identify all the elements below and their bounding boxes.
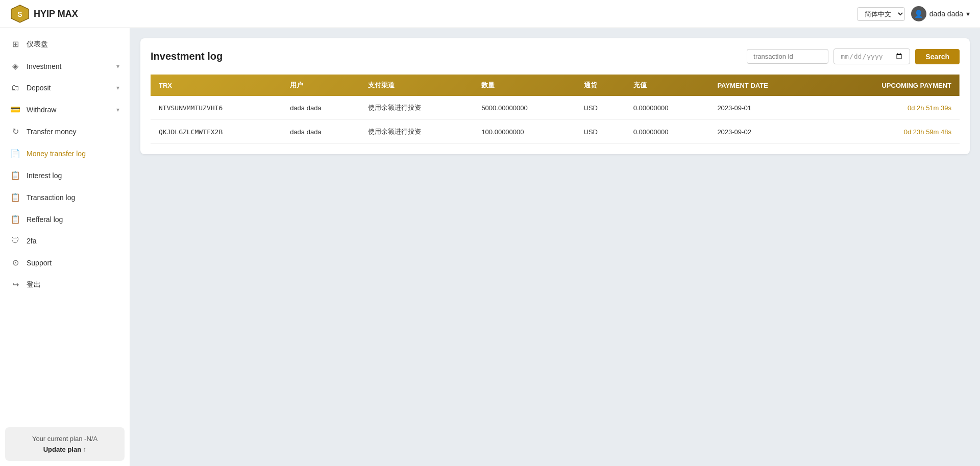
sidebar-item-withdraw[interactable]: 💳 Withdraw ▾ — [0, 99, 130, 120]
user-chevron-icon: ▾ — [966, 10, 970, 18]
sidebar: ⊞ 仪表盘 ◈ Investment ▾ 🗂 Deposit ▾ 💳 Withd… — [0, 28, 130, 466]
money-transfer-log-icon: 📄 — [10, 149, 20, 158]
page-title: Investment log — [151, 51, 223, 62]
sidebar-item-investment[interactable]: ◈ Investment ▾ — [0, 55, 130, 77]
table-row: NTVSUNVMMTUZVHI6 dada dada 使用余额进行投资 5000… — [151, 96, 960, 120]
cell-user: dada dada — [282, 120, 360, 144]
chevron-down-icon: ▾ — [116, 84, 119, 91]
table-body: NTVSUNVMMTUZVHI6 dada dada 使用余额进行投资 5000… — [151, 96, 960, 144]
cell-trx: NTVSUNVMMTUZVHI6 — [151, 96, 282, 120]
cell-trx: QKJDLGZLCMWTFX2B — [151, 120, 282, 144]
cell-recharge: 0.00000000 — [625, 96, 709, 120]
investment-icon: ◈ — [10, 61, 20, 71]
sidebar-item-label: Interest log — [27, 171, 62, 180]
interest-log-icon: 📋 — [10, 170, 20, 180]
table-row: QKJDLGZLCMWTFX2B dada dada 使用余额进行投资 100.… — [151, 120, 960, 144]
cell-upcoming-payment: 0d 2h 51m 39s — [819, 96, 960, 120]
transfer-icon: ↻ — [10, 127, 20, 136]
col-upcoming-payment: UPCOMING PAYMENT — [819, 75, 960, 96]
sidebar-nav: ⊞ 仪表盘 ◈ Investment ▾ 🗂 Deposit ▾ 💳 Withd… — [0, 28, 130, 422]
user-name: dada dada — [929, 10, 963, 18]
sidebar-item-support[interactable]: ⊙ Support — [0, 252, 130, 274]
transaction-log-icon: 📋 — [10, 192, 20, 202]
sidebar-item-transfer-money[interactable]: ↻ Transfer money — [0, 120, 130, 142]
sidebar-item-label: Refferal log — [27, 215, 63, 224]
cell-currency: USD — [576, 120, 625, 144]
user-menu[interactable]: 👤 dada dada ▾ — [911, 6, 970, 21]
logo: S HYIP MAX — [10, 4, 78, 23]
deposit-icon: 🗂 — [10, 83, 20, 92]
support-icon: ⊙ — [10, 258, 20, 267]
cell-payment-date: 2023-09-02 — [709, 120, 819, 144]
top-header: S HYIP MAX 简体中文 👤 dada dada ▾ — [0, 0, 980, 28]
search-button[interactable]: Search — [915, 49, 960, 64]
sidebar-item-label: 仪表盘 — [27, 40, 48, 49]
current-plan-text: Your current plan -N/A — [13, 435, 117, 443]
content-card: Investment log Search TRX 用户 支付渠道 数量 通货 … — [140, 38, 970, 154]
sidebar-item-label: 登出 — [27, 280, 41, 289]
sidebar-item-logout[interactable]: ↪ 登出 — [0, 274, 130, 296]
withdraw-icon: 💳 — [10, 105, 20, 114]
cell-amount: 100.00000000 — [473, 120, 575, 144]
sidebar-item-dashboard[interactable]: ⊞ 仪表盘 — [0, 33, 130, 55]
transaction-id-input[interactable] — [747, 49, 828, 64]
sidebar-item-interest-log[interactable]: 📋 Interest log — [0, 164, 130, 186]
cell-currency: USD — [576, 96, 625, 120]
cell-payment-date: 2023-09-01 — [709, 96, 819, 120]
col-currency: 通货 — [576, 75, 625, 96]
col-amount: 数量 — [473, 75, 575, 96]
col-user: 用户 — [282, 75, 360, 96]
card-header: Investment log Search — [151, 48, 960, 64]
update-plan-button[interactable]: Update plan ↑ — [13, 446, 117, 453]
sidebar-item-transaction-log[interactable]: 📋 Transaction log — [0, 186, 130, 208]
cell-user: dada dada — [282, 96, 360, 120]
dashboard-icon: ⊞ — [10, 39, 20, 49]
sidebar-item-label: Transaction log — [27, 193, 75, 202]
language-selector[interactable]: 简体中文 — [857, 7, 905, 21]
date-input[interactable] — [834, 48, 910, 64]
chevron-down-icon: ▾ — [116, 63, 119, 70]
sidebar-item-label: Money transfer log — [27, 150, 86, 158]
sidebar-item-refferal-log[interactable]: 📋 Refferal log — [0, 208, 130, 230]
cell-channel: 使用余额进行投资 — [360, 96, 473, 120]
header-right: 简体中文 👤 dada dada ▾ — [857, 6, 970, 21]
sidebar-item-label: 2fa — [27, 237, 36, 245]
logo-text: HYIP MAX — [34, 9, 78, 19]
cell-channel: 使用余额进行投资 — [360, 120, 473, 144]
sidebar-item-label: Investment — [27, 62, 61, 70]
sidebar-item-money-transfer-log[interactable]: 📄 Money transfer log — [0, 142, 130, 164]
cell-amount: 5000.00000000 — [473, 96, 575, 120]
main-content: Investment log Search TRX 用户 支付渠道 数量 通货 … — [130, 28, 980, 466]
logo-icon: S — [10, 4, 30, 23]
cell-upcoming-payment: 0d 23h 59m 48s — [819, 120, 960, 144]
filter-area: Search — [747, 48, 960, 64]
logout-icon: ↪ — [10, 280, 20, 289]
cell-recharge: 0.00000000 — [625, 120, 709, 144]
user-avatar: 👤 — [911, 6, 926, 21]
shield-icon: 🛡 — [10, 236, 20, 246]
sidebar-item-label: Withdraw — [27, 106, 56, 114]
sidebar-bottom: Your current plan -N/A Update plan ↑ — [5, 427, 125, 461]
svg-text:S: S — [17, 10, 22, 18]
layout: ⊞ 仪表盘 ◈ Investment ▾ 🗂 Deposit ▾ 💳 Withd… — [0, 28, 980, 466]
sidebar-item-label: Transfer money — [27, 128, 77, 136]
col-recharge: 充值 — [625, 75, 709, 96]
sidebar-item-label: Deposit — [27, 84, 51, 92]
investment-table: TRX 用户 支付渠道 数量 通货 充值 PAYMENT DATE UPCOMI… — [151, 75, 960, 144]
sidebar-item-2fa[interactable]: 🛡 2fa — [0, 230, 130, 252]
sidebar-item-label: Support — [27, 259, 52, 267]
col-channel: 支付渠道 — [360, 75, 473, 96]
chevron-down-icon: ▾ — [116, 106, 119, 113]
sidebar-item-deposit[interactable]: 🗂 Deposit ▾ — [0, 77, 130, 99]
col-trx: TRX — [151, 75, 282, 96]
col-payment-date: PAYMENT DATE — [709, 75, 819, 96]
refferal-log-icon: 📋 — [10, 214, 20, 224]
table-header: TRX 用户 支付渠道 数量 通货 充值 PAYMENT DATE UPCOMI… — [151, 75, 960, 96]
